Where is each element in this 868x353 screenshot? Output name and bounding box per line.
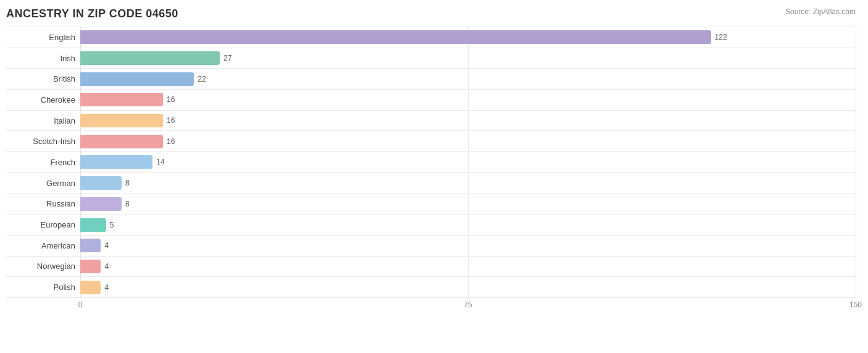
bar-label: British [6,74,80,83]
x-axis: 075150 [80,298,856,317]
bar-track: 8 [80,173,856,194]
bar-value: 22 [198,75,206,83]
bar-track: 5 [80,215,856,235]
grid-line [468,131,469,151]
bar-track: 8 [80,194,856,215]
bar-track: 4 [80,277,856,297]
bar-track: 27 [80,48,856,69]
grid-line [856,173,856,194]
grid-line [468,48,469,69]
bar-fill [80,218,106,232]
bar-row: English122 [6,27,856,48]
x-tick: 75 [464,300,472,309]
chart-area: English122Irish27British22Cherokee16Ital… [6,27,856,317]
bars-wrapper: English122Irish27British22Cherokee16Ital… [6,27,856,298]
bar-row: Polish4 [6,276,856,298]
bar-value: 14 [156,158,164,166]
grid-line [468,215,469,235]
bar-fill [80,114,163,127]
grid-line [856,111,856,131]
bar-track: 16 [80,90,856,110]
grid-line [468,69,469,89]
bar-row: Irish27 [6,48,856,69]
bar-row: French14 [6,151,856,172]
source-label: Source: ZipAtlas.com [785,7,856,16]
bar-label: Russian [6,199,80,208]
grid-line [856,69,856,89]
bar-value: 16 [167,95,175,104]
bar-value: 27 [223,54,232,62]
bar-value: 8 [125,200,130,208]
grid-line [468,152,469,172]
grid-line [856,131,856,151]
bar-row: Italian16 [6,110,856,131]
bar-row: American4 [6,235,856,256]
grid-line [856,48,856,69]
bar-label: Cherokee [6,95,80,104]
bar-label: American [6,241,80,250]
chart-title: ANCESTRY IN ZIP CODE 04650 [6,7,856,20]
bar-label: European [6,220,80,229]
grid-line [856,277,856,297]
bar-fill [80,51,220,65]
grid-line [856,152,856,172]
bar-label: Italian [6,116,80,125]
chart-container: ANCESTRY IN ZIP CODE 04650 Source: ZipAt… [0,0,868,353]
bar-row: British22 [6,68,856,89]
bar-fill [80,239,101,252]
bar-fill [80,30,711,44]
bar-value: 5 [110,221,114,229]
grid-line [856,27,856,48]
bar-row: German8 [6,172,856,194]
bar-track: 22 [80,69,856,89]
bar-value: 4 [104,283,109,292]
bar-row: Cherokee16 [6,89,856,110]
grid-line [856,236,856,256]
bar-fill [80,197,122,211]
bar-label: Scotch-Irish [6,137,80,146]
bar-value: 4 [104,241,109,250]
grid-line [468,194,469,215]
bar-value: 16 [167,116,175,125]
bar-row: Russian8 [6,194,856,215]
grid-line [468,277,469,297]
grid-line [856,194,856,215]
bar-value: 122 [715,33,727,41]
bar-fill [80,72,194,86]
bar-value: 16 [167,137,175,146]
grid-line [468,173,469,194]
grid-line [468,236,469,256]
bar-track: 122 [80,27,856,48]
grid-line [856,257,856,277]
bar-track: 4 [80,257,856,277]
x-tick: 150 [849,300,862,309]
bar-fill [80,155,152,169]
bar-label: Norwegian [6,262,80,271]
bar-label: English [6,33,80,42]
grid-line [468,111,469,131]
bar-value: 4 [104,262,109,271]
bar-track: 16 [80,111,856,131]
bar-fill [80,281,101,294]
grid-line [856,90,856,110]
grid-line [856,215,856,235]
bar-row: European5 [6,214,856,235]
bar-fill [80,176,122,190]
grid-line [468,257,469,277]
x-tick: 0 [78,300,83,309]
bar-label: Polish [6,283,80,292]
bar-fill [80,93,163,106]
bar-track: 16 [80,131,856,151]
bar-track: 14 [80,152,856,172]
bar-fill [80,260,101,273]
bar-row: Scotch-Irish16 [6,130,856,151]
grid-line [468,90,469,110]
bar-label: Irish [6,54,80,63]
bar-value: 8 [125,179,130,187]
bar-label: French [6,158,80,167]
bar-track: 4 [80,236,856,256]
bar-fill [80,135,163,148]
bar-row: Norwegian4 [6,256,856,277]
bar-label: German [6,179,80,188]
